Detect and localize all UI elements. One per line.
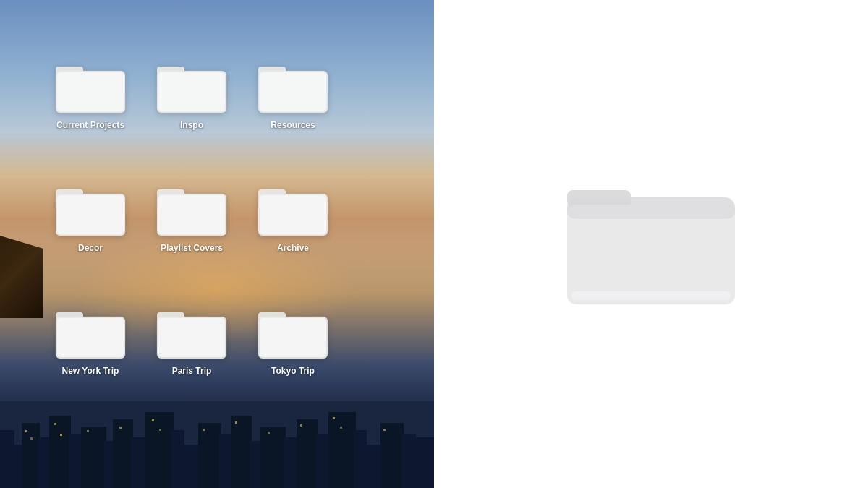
folder-icon [156,181,228,239]
svg-rect-62 [159,429,161,431]
svg-rect-23 [158,318,225,357]
cityscape-decoration [0,401,434,488]
svg-rect-74 [571,291,731,300]
svg-rect-26 [260,318,326,357]
svg-rect-59 [87,430,89,432]
folder-resources[interactable]: Resources [246,58,340,174]
svg-rect-72 [567,205,735,304]
folder-archive[interactable]: Archive [246,181,340,296]
svg-rect-34 [81,427,106,488]
svg-rect-37 [131,437,147,488]
svg-rect-36 [113,419,133,488]
svg-rect-67 [333,417,335,419]
svg-rect-40 [182,445,200,488]
svg-rect-45 [260,427,286,488]
svg-rect-56 [30,437,33,440]
svg-rect-68 [340,427,342,429]
folder-label: Archive [277,243,309,254]
svg-rect-28 [0,430,14,488]
svg-rect-54 [414,437,434,488]
svg-rect-31 [38,437,51,488]
svg-rect-73 [567,205,735,219]
folder-current-projects[interactable]: Current Projects [43,58,137,174]
svg-rect-32 [49,416,71,488]
svg-rect-57 [54,423,56,425]
folder-label: Inspo [180,120,203,132]
folder-icon [54,58,127,116]
folder-playlist-covers[interactable]: Playlist Covers [145,181,239,296]
desktop-panel: Current Projects Inspo Resources [0,0,434,488]
svg-rect-14 [158,195,225,234]
folders-grid: Current Projects Inspo Resources [43,58,340,419]
svg-rect-69 [383,429,386,431]
svg-rect-55 [25,430,27,432]
preview-panel [434,0,868,488]
folder-icon [156,304,228,361]
svg-rect-20 [57,318,124,357]
svg-rect-51 [365,445,383,488]
svg-rect-64 [235,421,237,424]
svg-rect-65 [268,432,270,434]
svg-rect-17 [260,195,326,234]
svg-rect-41 [198,423,221,488]
svg-rect-2 [57,72,124,111]
folder-icon [257,304,329,361]
folder-label: Current Projects [56,120,124,132]
folder-decor[interactable]: Decor [43,181,137,296]
folder-label: Paris Trip [172,366,212,377]
folder-label: New York Trip [62,366,119,377]
svg-rect-30 [22,423,40,488]
svg-rect-11 [57,195,124,234]
folder-label: Decor [78,243,103,254]
svg-rect-60 [119,427,122,429]
svg-rect-63 [203,429,205,431]
svg-rect-38 [145,412,174,488]
folder-icon [156,58,228,116]
folder-icon [257,58,329,116]
folder-icon [257,181,329,239]
folder-label: Resources [271,120,315,132]
svg-rect-66 [300,424,302,427]
folder-icon [54,304,127,361]
svg-rect-47 [297,419,318,488]
svg-rect-58 [60,434,62,436]
svg-rect-8 [260,72,326,111]
folder-icon [54,181,127,239]
svg-rect-5 [158,72,225,111]
folder-inspo[interactable]: Inspo [145,58,239,174]
svg-rect-49 [328,412,356,488]
svg-rect-43 [231,416,252,488]
folder-label: Tokyo Trip [271,366,315,377]
svg-rect-61 [152,419,154,421]
svg-rect-52 [380,423,404,488]
large-folder-icon [564,172,738,317]
folder-label: Playlist Covers [161,243,223,254]
